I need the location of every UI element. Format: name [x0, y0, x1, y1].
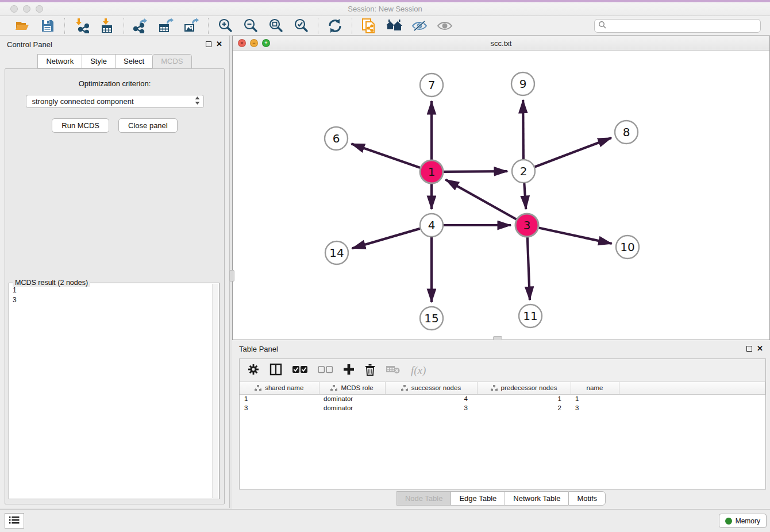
window-title: Session: New Session [0, 5, 770, 13]
deselect-all-columns-button[interactable] [318, 365, 333, 375]
mcds-result-scrollbar[interactable] [212, 284, 218, 498]
import-network-button[interactable] [73, 18, 90, 34]
network-canvas[interactable]: 7968124314101511 [233, 51, 769, 340]
mcds-tab-content: Optimization criterion: strongly connect… [5, 68, 225, 504]
column-header-shared-name[interactable]: shared name [240, 382, 319, 394]
cell-successor-nodes[interactable]: 4 [385, 394, 477, 403]
hide-selected-button[interactable] [411, 18, 428, 34]
control-panel-tabs: NetworkStyleSelectMCDS [0, 54, 229, 68]
refresh-layout-button[interactable] [326, 18, 344, 34]
control-panel-tab[interactable]: MCDS [152, 54, 191, 68]
graph-edge-1-6[interactable] [351, 144, 420, 168]
criterion-select[interactable]: strongly connected component [26, 95, 204, 108]
list-icon [9, 516, 20, 526]
graph-edge-3-10[interactable] [539, 228, 612, 244]
control-panel-tab[interactable]: Select [115, 54, 152, 68]
graph-edge-4-14[interactable] [352, 229, 420, 248]
optimization-criterion-label: Optimization criterion: [5, 79, 224, 88]
cell-filler [619, 403, 765, 413]
cell-mcds-role[interactable]: dominator [319, 394, 385, 403]
cell-predecessor-nodes[interactable]: 1 [477, 394, 571, 403]
search-field[interactable] [594, 19, 761, 33]
open-file-button[interactable] [14, 18, 31, 34]
table-row[interactable]: 3 dominator 3 2 3 [240, 403, 765, 413]
network-graph[interactable]: 7968124314101511 [233, 51, 769, 340]
graph-node-2[interactable]: 2 [512, 160, 535, 183]
graph-node-1[interactable]: 1 [420, 160, 443, 183]
graph-edge-2-8[interactable] [535, 138, 611, 167]
graph-edge-3-11[interactable] [528, 237, 530, 300]
add-column-button[interactable] [343, 364, 355, 377]
delete-table-button[interactable] [386, 364, 401, 376]
cell-successor-nodes[interactable]: 3 [385, 403, 477, 413]
column-header-name[interactable]: name [571, 382, 619, 394]
save-session-button[interactable] [39, 18, 56, 34]
cell-name[interactable]: 1 [571, 394, 619, 403]
network-window-titlebar[interactable]: scc.txt × − + [233, 36, 769, 51]
export-network-button[interactable] [132, 18, 149, 34]
graph-node-6[interactable]: 6 [325, 127, 348, 150]
memory-status-dot [725, 518, 732, 525]
control-panel-tab[interactable]: Network [37, 54, 82, 68]
table-row[interactable]: 1 dominator 4 1 1 [240, 394, 765, 403]
vertical-splitter-handle[interactable] [229, 270, 234, 282]
eye-slash-icon [411, 20, 428, 32]
column-header-successor-nodes[interactable]: successor nodes [385, 382, 477, 394]
graph-edge-2-9[interactable] [523, 100, 523, 159]
column-header-mcds-role[interactable]: MCDS role [319, 382, 385, 394]
graph-edge-2-3[interactable] [524, 183, 526, 209]
zoom-in-button[interactable] [217, 18, 234, 34]
graph-node-9[interactable]: 9 [511, 72, 534, 95]
zoom-fit-button[interactable] [267, 18, 284, 34]
graph-node-7[interactable]: 7 [420, 74, 443, 97]
zoom-out-button[interactable] [242, 18, 259, 34]
clone-network-button[interactable] [360, 18, 378, 34]
close-panel-icon[interactable]: ✕ [216, 41, 222, 47]
graph-node-10[interactable]: 10 [616, 236, 639, 259]
cell-shared-name[interactable]: 3 [240, 403, 319, 413]
graph-node-3[interactable]: 3 [515, 214, 538, 237]
control-panel-tab[interactable]: Style [82, 54, 115, 68]
float-table-panel-icon[interactable] [746, 346, 752, 352]
first-neighbors-button[interactable] [386, 18, 403, 34]
graph-edge-1-2[interactable] [444, 171, 507, 172]
task-history-button[interactable] [5, 513, 24, 529]
graph-node-4[interactable]: 4 [420, 214, 443, 237]
node-table-body: 1 dominator 4 1 1 3 dominator 3 2 3 [240, 394, 765, 413]
close-panel-button[interactable]: Close panel [118, 118, 178, 133]
table-panel-tab[interactable]: Node Table [396, 491, 451, 506]
table-panel-tab[interactable]: Edge Table [451, 491, 505, 506]
cell-shared-name[interactable]: 1 [240, 394, 319, 403]
graph-node-15[interactable]: 15 [420, 307, 443, 330]
table-panel-tab[interactable]: Motifs [568, 491, 606, 506]
toggle-columns-button[interactable] [270, 363, 282, 377]
graph-edge-3-1[interactable] [445, 180, 516, 219]
attribute-icon [255, 385, 261, 391]
delete-column-button[interactable] [365, 364, 375, 377]
run-mcds-button[interactable]: Run MCDS [52, 118, 109, 133]
show-all-button[interactable] [436, 18, 453, 34]
export-image-button[interactable] [183, 18, 200, 34]
gear-icon [248, 364, 259, 377]
graph-node-14[interactable]: 14 [325, 241, 348, 264]
float-panel-icon[interactable] [206, 41, 211, 47]
export-table-button[interactable] [157, 18, 175, 34]
search-input[interactable] [606, 22, 757, 30]
close-table-panel-icon[interactable]: ✕ [757, 346, 763, 352]
svg-text:15: 15 [424, 311, 438, 325]
cell-mcds-role[interactable]: dominator [319, 403, 385, 413]
attribute-icon [330, 385, 337, 391]
select-all-columns-button[interactable] [292, 365, 307, 375]
window-titlebar: Session: New Session [0, 0, 770, 16]
column-header-predecessor-nodes[interactable]: predecessor nodes [477, 382, 571, 394]
import-table-button[interactable] [98, 18, 116, 34]
table-panel-tab[interactable]: Network Table [505, 491, 568, 506]
zoom-selected-button[interactable] [292, 18, 310, 34]
memory-button[interactable]: Memory [719, 514, 767, 528]
graph-node-8[interactable]: 8 [615, 121, 638, 144]
equation-builder-button[interactable]: f(x) [411, 364, 426, 377]
cell-predecessor-nodes[interactable]: 2 [477, 403, 571, 413]
graph-node-11[interactable]: 11 [519, 304, 542, 327]
cell-name[interactable]: 3 [571, 403, 619, 413]
table-options-button[interactable] [248, 364, 259, 377]
